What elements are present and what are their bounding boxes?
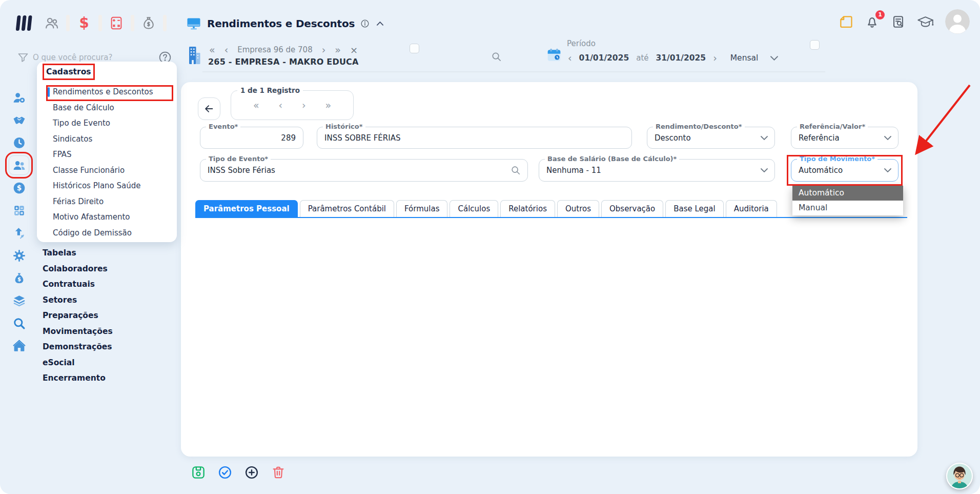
sidebar-item-tipo-de-evento[interactable]: Tipo de Evento xyxy=(37,115,177,131)
tab-parametros-contabil[interactable]: Parâmetros Contábil xyxy=(300,200,394,217)
tab-parametros-pessoal[interactable]: Parâmetros Pessoal xyxy=(195,200,298,217)
sidebar-item-ferias-direito[interactable]: Férias Direito xyxy=(37,194,177,210)
sidebar-item-classe-funcionario[interactable]: Classe Funcionário xyxy=(37,163,177,179)
support-chat-avatar[interactable] xyxy=(946,463,973,489)
period-end-date[interactable]: 31/01/2025 xyxy=(656,53,706,63)
rail-item-search-blue[interactable] xyxy=(11,316,27,330)
company-next-button[interactable]: › xyxy=(322,45,326,55)
tab-calculos[interactable]: Cálculos xyxy=(450,200,498,217)
historico-field[interactable]: Histórico* INSS SOBRE FÉRIAS xyxy=(317,127,632,149)
dropdown-option-automatico[interactable]: Automático xyxy=(792,186,903,201)
calculator-red-icon[interactable] xyxy=(109,15,124,31)
record-prev-button[interactable]: ‹ xyxy=(278,100,282,111)
module-icon-bar: $ xyxy=(44,14,167,32)
company-name[interactable]: 265 - EMPRESA - MAKRO EDUCA xyxy=(208,57,359,67)
base-salario-value: Nenhuma - 11 xyxy=(539,160,774,181)
sidebar-section-movimentacoes[interactable]: Movimentações xyxy=(43,324,113,340)
sidebar-item-codigo-de-demissao[interactable]: Código de Demissão xyxy=(37,225,177,241)
rail-item-layers[interactable] xyxy=(11,293,27,308)
period-next-button[interactable]: › xyxy=(713,52,717,64)
notes-icon[interactable] xyxy=(839,14,853,29)
rendimento-desconto-value: Desconto xyxy=(647,127,774,148)
rail-item-gear[interactable] xyxy=(11,248,27,263)
rail-item-dollar-circle[interactable]: $ xyxy=(11,181,27,195)
sidebar-section-esocial[interactable]: eSocial xyxy=(43,355,113,371)
rail-item-calculator-blue[interactable] xyxy=(11,203,27,218)
period-mode-select[interactable]: Mensal xyxy=(730,53,759,63)
period-chevron-down-icon[interactable] xyxy=(770,56,778,61)
user-avatar[interactable] xyxy=(945,9,970,34)
tipo-movimento-select[interactable]: Tipo de Movimento* Automático xyxy=(791,159,899,182)
tab-observacao[interactable]: Observação xyxy=(601,200,663,217)
company-first-button[interactable]: « xyxy=(209,45,215,55)
sidebar-item-sindicatos[interactable]: Sindicatos xyxy=(37,131,177,147)
dollar-red-icon[interactable]: $ xyxy=(76,15,92,31)
record-last-button[interactable]: » xyxy=(325,100,331,111)
app-logo-icon[interactable] xyxy=(12,14,35,32)
sidebar-item-rendimentos-e-descontos[interactable]: Rendimentos e Descontos xyxy=(37,84,177,100)
money-bag-gray-icon[interactable] xyxy=(141,15,156,31)
search-icon[interactable] xyxy=(511,165,521,175)
company-pager-label: Empresa 96 de 708 xyxy=(237,45,312,54)
tipo-movimento-dropdown: AutomáticoManual xyxy=(792,186,903,215)
confirm-button[interactable] xyxy=(217,464,234,481)
delete-icon xyxy=(271,465,286,480)
record-first-button[interactable]: « xyxy=(253,100,259,111)
tab-base-legal[interactable]: Base Legal xyxy=(665,200,724,217)
notifications-bell-icon[interactable]: 1 xyxy=(865,14,880,29)
rendimento-desconto-select[interactable]: Rendimento/Desconto* Desconto xyxy=(647,127,775,149)
company-prev-button[interactable]: ‹ xyxy=(224,45,229,55)
sidebar-section-encerramento[interactable]: Encerramento xyxy=(43,370,113,386)
referencia-valor-select[interactable]: Referência/Valor* Referência xyxy=(791,127,899,149)
company-search-icon[interactable] xyxy=(491,51,502,62)
tab-relatorios[interactable]: Relatórios xyxy=(500,200,555,217)
period-controls: ‹ 01/01/2025 até 31/01/2025 › Mensal xyxy=(568,52,778,64)
sidebar-item-motivo-afastamento[interactable]: Motivo Afastamento xyxy=(37,209,177,225)
sidebar-section-demonstracoes[interactable]: Demonstrações xyxy=(43,339,113,355)
back-button[interactable] xyxy=(198,97,220,120)
period-prev-button[interactable]: ‹ xyxy=(568,52,572,64)
graduation-cap-icon[interactable] xyxy=(917,14,934,29)
document-search-icon[interactable] xyxy=(891,14,906,29)
rail-item-career[interactable] xyxy=(11,226,27,240)
tipo-evento-value: INSS Sobre Férias xyxy=(200,160,527,181)
info-icon[interactable] xyxy=(360,19,370,28)
sidebar-item-base-de-calculo[interactable]: Base de Cálculo xyxy=(37,100,177,116)
sidebar-section-tabelas[interactable]: Tabelas xyxy=(43,245,113,261)
period-start-date[interactable]: 01/01/2025 xyxy=(579,53,629,63)
period-until-label: até xyxy=(636,53,648,63)
user-settings-icon xyxy=(12,91,26,105)
svg-text:$: $ xyxy=(79,15,89,31)
people-outline-icon[interactable] xyxy=(44,15,59,31)
add-button[interactable] xyxy=(244,464,260,481)
rail-item-user-settings[interactable] xyxy=(11,90,27,105)
sidebar-section-contratuais[interactable]: Contratuais xyxy=(43,276,113,292)
sidebar-section-cadastros[interactable]: Cadastros xyxy=(46,67,91,76)
tab-formulas[interactable]: Fórmulas xyxy=(396,200,447,217)
sidebar-item-historicos-plano-saude[interactable]: Históricos Plano Saúde xyxy=(37,178,177,194)
rail-item-money-bag-blue[interactable]: $ xyxy=(11,271,27,285)
dropdown-option-manual[interactable]: Manual xyxy=(792,201,903,215)
collapse-chevron-up-icon[interactable] xyxy=(376,21,384,26)
company-last-button[interactable]: » xyxy=(335,45,341,55)
company-clear-button[interactable]: × xyxy=(350,45,358,55)
record-next-button[interactable]: › xyxy=(302,100,306,111)
filter-icon[interactable] xyxy=(17,51,29,64)
tipo-evento-field[interactable]: Tipo de Evento* INSS Sobre Férias xyxy=(200,159,528,182)
rail-item-people[interactable] xyxy=(9,155,29,175)
sidebar-section-colaboradores[interactable]: Colaboradores xyxy=(43,261,113,277)
delete-button[interactable] xyxy=(271,464,287,481)
rail-item-clock[interactable] xyxy=(11,135,27,150)
sidebar-section-preparacoes[interactable]: Preparações xyxy=(43,308,113,324)
sidebar-section-setores[interactable]: Setores xyxy=(43,292,113,308)
base-salario-select[interactable]: Base de Salário (Base de Cálculo)* Nenhu… xyxy=(539,159,775,182)
rail-item-home[interactable] xyxy=(11,339,27,353)
tab-auditoria[interactable]: Auditoria xyxy=(726,200,777,217)
save-button[interactable] xyxy=(191,464,207,481)
period-checkbox[interactable] xyxy=(810,40,820,50)
evento-field[interactable]: Evento* 289 xyxy=(200,127,303,149)
company-checkbox[interactable] xyxy=(410,44,419,53)
rail-item-handshake[interactable] xyxy=(11,113,27,127)
sidebar-item-fpas[interactable]: FPAS xyxy=(37,147,177,163)
tab-outros[interactable]: Outros xyxy=(557,200,599,217)
